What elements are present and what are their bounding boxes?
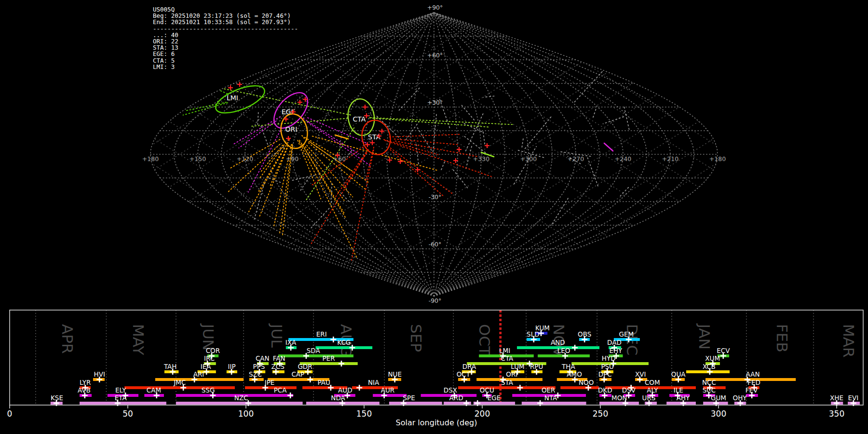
shower-label-NZC: NZC — [234, 394, 248, 402]
shower-bar-URS: URS — [642, 394, 657, 406]
count-cta: CTA: 5 — [153, 57, 298, 64]
axis-tick-label: 350 — [829, 409, 844, 419]
ra-label: +180 — [709, 155, 726, 163]
shower-bar-OHY: OHY — [733, 394, 747, 406]
axis-tick-label: 250 — [593, 409, 608, 419]
ra-label: +180 — [142, 155, 159, 163]
ra-label: +240 — [615, 155, 631, 163]
ra-label: +60 — [333, 155, 346, 163]
shower-bar-OBS: OBS — [578, 330, 591, 342]
axis-tick-label: 100 — [238, 409, 254, 419]
meteor-streak — [604, 143, 613, 151]
axis-tick-label: 50 — [122, 409, 133, 419]
ra-label: +90 — [286, 155, 298, 163]
shower-label-PCA: PCA — [274, 386, 287, 394]
dec-label: -30° — [429, 193, 442, 201]
radiant-label-ORI: ORI — [285, 125, 298, 133]
shower-label-ERI: ERI — [316, 330, 327, 338]
count-lmi: LMI: 3 — [153, 64, 298, 70]
shower-label-DRA: DRA — [462, 363, 476, 370]
month-label-jul: JUL — [268, 323, 285, 348]
shower-label-EGE: EGE — [488, 394, 501, 402]
shower-bar-NUE: NUE — [388, 370, 402, 382]
x-axis-title: Solar longitude (deg) — [396, 418, 477, 427]
shower-bar-CAM: CAM — [144, 386, 164, 398]
shower-label-IPE: IPE — [265, 379, 275, 386]
shower-label-MON: MON — [611, 394, 627, 402]
shower-label-SDA: SDA — [307, 347, 321, 354]
shower-label-GEM: GEM — [619, 330, 634, 338]
shower-label-AVB: AVB — [78, 386, 91, 394]
shower-bar-DKD: DKD — [598, 386, 612, 398]
count-ege: EGE: 6 — [153, 51, 298, 57]
shower-label-FAN: FAN — [273, 354, 285, 362]
shower-label-KCG: KCG — [337, 339, 351, 346]
radiant-label-CTA: CTA — [353, 115, 366, 123]
shower-label-SPE: SPE — [403, 394, 415, 402]
count-sta: STA: 13 — [153, 44, 298, 51]
ra-label: +270 — [568, 155, 584, 163]
shower-bar-NDA: NDA — [306, 394, 380, 406]
sporadic-trails — [254, 71, 629, 230]
axis-tick-label: 300 — [711, 409, 726, 419]
shower-label-TAH: TAH — [163, 363, 177, 370]
shower-bar-RPU: RPU — [530, 363, 543, 375]
shower-label-GDR: GDR — [298, 363, 312, 370]
month-label-feb: FEB — [773, 324, 791, 353]
shower-label-PAU: PAU — [317, 379, 330, 386]
shower-bar-QUA: QUA — [671, 370, 686, 382]
shower-label-XVI: XVI — [635, 370, 646, 378]
shower-label-STA: STA — [501, 379, 514, 386]
month-label-oct: OCT — [476, 324, 493, 356]
shower-bar-ZCS: ZCS — [271, 363, 285, 375]
month-label-may: MAY — [130, 324, 147, 355]
meteor-streak — [335, 135, 348, 139]
shower-label-ETA: ETA — [115, 394, 127, 402]
shower-label-COM: COM — [645, 379, 660, 386]
axis-tick-label: 200 — [475, 409, 490, 419]
shower-bar-XHE: XHE — [830, 394, 843, 406]
shower-label-ARD: ARD — [449, 394, 463, 402]
sky-map: LMIEGEORICTASTA+180+150+120+90+60+330+30… — [0, 0, 868, 320]
shower-label-OER: OER — [542, 386, 556, 394]
dec-label: -90° — [429, 297, 442, 304]
separator: ---------------------------------------- — [153, 26, 298, 32]
month-label-apr: APR — [59, 324, 76, 353]
shower-label-IRC: IRC — [204, 354, 215, 362]
shower-bar-FEV: FEV — [746, 386, 758, 398]
ra-label: +300 — [520, 155, 537, 163]
shower-label-AUR: AUR — [381, 386, 395, 394]
shower-bar-SZC: SZC — [249, 370, 264, 382]
ra-label: +150 — [190, 155, 206, 163]
shower-label-CAM: CAM — [147, 386, 161, 394]
shower-bar-DPC: DPC — [598, 370, 612, 382]
shower-label-NDA: NDA — [331, 394, 345, 402]
shower-label-ORI: ORI — [506, 370, 517, 378]
shower-label-OCT: OCT — [457, 370, 471, 378]
shower-trails-LMI — [180, 73, 228, 115]
shower-label-CAN: CAN — [256, 354, 270, 362]
dec-label: +90° — [427, 4, 443, 11]
shower-label-GUM: GUM — [711, 394, 726, 402]
shower-bar-IXA: IXA — [285, 339, 297, 351]
shower-label-PER: PER — [322, 354, 335, 362]
meteor-station-report: US005QBeg: 20251020 23:17:23 (sol = 207.… — [0, 0, 868, 434]
ra-label: +120 — [237, 155, 253, 163]
dec-label: +60° — [427, 52, 443, 59]
shower-bar-XCB: XCB — [686, 363, 730, 375]
month-label-sep: SEP — [407, 324, 425, 352]
shower-label-XCB: XCB — [703, 363, 716, 370]
dec-label: -60° — [429, 241, 442, 248]
shower-label-THA: THA — [561, 363, 575, 370]
shower-bar-IIP: IIP — [227, 363, 237, 375]
shower-label-ILE: ILE — [674, 386, 683, 394]
radiant-label-LMI: LMI — [227, 94, 238, 102]
ra-label: +330 — [473, 155, 489, 163]
end-time: End: 20251021 10:33:58 (sol = 207.93°) — [153, 19, 298, 25]
shower-label-AND: AND — [551, 339, 565, 346]
shower-label-NIA: NIA — [368, 379, 380, 386]
shower-label-CTA: CTA — [501, 354, 514, 362]
shower-bar-KSE: KSE — [51, 394, 63, 406]
month-label-mar: MAR — [840, 324, 857, 358]
observation-legend: US005QBeg: 20251020 23:17:23 (sol = 207.… — [153, 6, 298, 70]
